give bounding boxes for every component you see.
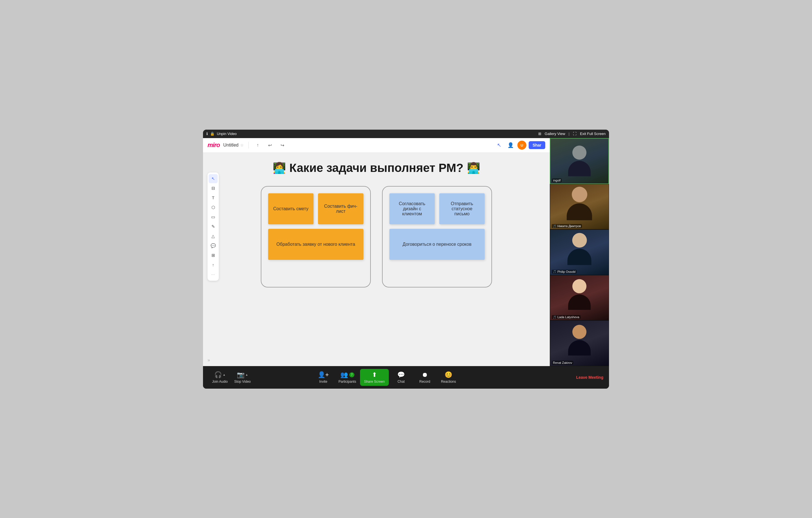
participant-name-nikita: 🎵 Никита Дмитров	[552, 224, 582, 228]
participants-count: 7	[349, 372, 354, 377]
board-content: 👩‍💻 Какие задачи выполняет РМ? 👨‍💻 Соста…	[203, 153, 550, 366]
reactions-label: Reactions	[441, 379, 456, 384]
fullscreen-label[interactable]: Exit Full Screen	[580, 132, 606, 136]
share-button[interactable]: Shar	[529, 141, 545, 149]
connector-tool[interactable]: △	[209, 232, 218, 241]
participant-name-ingolf: ingolf	[552, 178, 562, 182]
gallery-view-label[interactable]: Gallery View	[545, 132, 565, 136]
stop-video-caret[interactable]: ▲	[245, 373, 248, 376]
share-screen-icon: ⬆	[372, 371, 377, 378]
invite-icon: 👤+	[318, 371, 329, 378]
participants-icon: 👥7	[340, 371, 354, 378]
board-title-text[interactable]: Untitled	[223, 143, 238, 148]
participants-label: Participants	[338, 379, 356, 384]
invite-button[interactable]: 👤+ Invite	[312, 369, 335, 386]
info-icon: ℹ	[206, 132, 208, 136]
reactions-icon: 😊	[445, 371, 452, 378]
sticky-group-2: Согласовать дизайн с клиентом Отправить …	[382, 186, 492, 287]
participant-name-philip: 🎵 Philip Ossobl	[552, 270, 577, 274]
sticky-note-3[interactable]: Обработать заявку от нового клиента	[268, 229, 364, 260]
participant-name-renat: Renat Zakirov	[552, 361, 573, 365]
chat-button[interactable]: 💬 Chat	[390, 369, 412, 386]
video-tile-ingolf: ingolf	[550, 138, 609, 184]
board-title-area: Untitled ☆	[223, 143, 244, 148]
mute-icon-nikita: 🎵	[553, 224, 556, 228]
record-label: Record	[419, 379, 430, 384]
video-tile-renat: Renat Zakirov	[550, 321, 609, 366]
record-button[interactable]: ⏺ Record	[414, 369, 436, 386]
sticky-group-1: Составить смету Составить фич-лист Обраб…	[261, 186, 371, 287]
sticky-note-2[interactable]: Составить фич-лист	[318, 193, 364, 224]
frames-tool[interactable]: ⊟	[209, 184, 218, 193]
sticky-note-tool[interactable]: ▭	[209, 213, 218, 221]
video-tile-nikita: 🎵 Никита Дмитров	[550, 184, 609, 230]
mute-icon-lada: 🎵	[553, 316, 556, 319]
main-area: miro Untitled ☆ ↑ ↩ ↪ ↖ 👤 U Shar	[203, 138, 609, 366]
sticky-note-6[interactable]: Договориться о переносе сроков	[389, 229, 485, 260]
table-tool[interactable]: ⊞	[209, 251, 218, 260]
stop-video-label: Stop Video	[234, 379, 251, 384]
video-tile-philip: 🎵 Philip Ossobl	[550, 230, 609, 275]
unpin-label[interactable]: Unpin Video	[217, 132, 237, 136]
miro-logo: miro	[207, 142, 220, 149]
join-audio-icon: 🎧▲	[214, 371, 226, 378]
board-canvas: ↖ ⊟ T ⬡ ▭ ✎ △ 💬 ⊞ ↑ ··· 👩‍💻 Какие	[203, 153, 550, 366]
emoji-right: 👨‍💻	[467, 162, 480, 174]
sticky-row-3: Согласовать дизайн с клиентом Отправить …	[389, 193, 485, 224]
record-icon: ⏺	[422, 371, 428, 378]
board-heading-text: Какие задачи выполняет РМ?	[289, 161, 463, 175]
join-audio-caret[interactable]: ▲	[223, 373, 226, 376]
zoom-window: ℹ 🔒 Unpin Video ⊞ Gallery View | ⛶ Exit …	[203, 130, 609, 389]
unpin-bar[interactable]: ℹ 🔒 Unpin Video ⊞ Gallery View | ⛶ Exit …	[203, 130, 609, 138]
participant-name-lada: 🎵 Lada Latysheva	[552, 315, 581, 319]
sticky-note-1[interactable]: Составить смету	[268, 193, 314, 224]
upload-button[interactable]: ↑	[253, 141, 262, 150]
comment-tool[interactable]: 💬	[209, 241, 218, 250]
select-tool[interactable]: ↖	[209, 174, 218, 183]
undo-button[interactable]: ↩	[266, 141, 274, 150]
invite-collaborator-icon[interactable]: 👤	[506, 141, 515, 150]
board-heading-area: 👩‍💻 Какие задачи выполняет РМ? 👨‍💻	[273, 161, 480, 175]
participants-button[interactable]: 👥7 Participants	[336, 369, 359, 386]
miro-toolbar: miro Untitled ☆ ↑ ↩ ↪ ↖ 👤 U Shar	[203, 138, 550, 153]
stop-video-button[interactable]: 📷▲ Stop Video	[231, 369, 254, 386]
gallery-view-icon: ⊞	[538, 132, 541, 136]
video-panel: ingolf 🎵 Никита Дмитров	[550, 138, 609, 366]
toolbar-right: ↖ 👤 U Shar	[495, 141, 545, 150]
expand-handle[interactable]: »	[207, 358, 210, 363]
share-screen-label: Share Screen	[364, 379, 384, 384]
leave-meeting-button[interactable]: Leave Meeting	[576, 375, 603, 379]
video-tile-lada: 🎵 Lada Latysheva	[550, 275, 609, 321]
sticky-row-1: Составить смету Составить фич-лист	[268, 193, 364, 224]
favorite-star-icon[interactable]: ☆	[240, 143, 244, 147]
sticky-note-4[interactable]: Согласовать дизайн с клиентом	[389, 193, 435, 224]
redo-button[interactable]: ↪	[278, 141, 287, 150]
sticky-note-5[interactable]: Отправить статусное письмо	[439, 193, 485, 224]
join-audio-button[interactable]: 🎧▲ Join Audio	[209, 369, 231, 386]
sticky-row-4: Договориться о переносе сроков	[389, 229, 485, 260]
join-audio-label: Join Audio	[212, 379, 228, 384]
sticky-row-2: Обработать заявку от нового клиента	[268, 229, 364, 260]
left-toolbar: ↖ ⊟ T ⬡ ▭ ✎ △ 💬 ⊞ ↑ ···	[207, 173, 219, 281]
share-screen-button[interactable]: ⬆ Share Screen	[360, 369, 388, 386]
fullscreen-icon: ⛶	[573, 132, 577, 136]
chat-icon: 💬	[397, 371, 405, 378]
mute-icon-philip: 🎵	[553, 270, 556, 273]
emoji-left: 👩‍💻	[273, 162, 286, 174]
zoom-bottom-bar: 🎧▲ Join Audio 📷▲ Stop Video 👤+ Invite 👥7…	[203, 366, 609, 389]
upload-tool[interactable]: ↑	[209, 261, 218, 269]
pen-tool[interactable]: ✎	[209, 222, 218, 231]
stop-video-icon: 📷▲	[237, 371, 248, 378]
text-tool[interactable]: T	[209, 193, 218, 202]
zoom-center-buttons: 👤+ Invite 👥7 Participants ⬆ Share Screen…	[312, 369, 460, 386]
chat-label: Chat	[398, 379, 405, 384]
invite-label: Invite	[319, 379, 327, 384]
more-tools[interactable]: ···	[209, 270, 218, 279]
board-area: miro Untitled ☆ ↑ ↩ ↪ ↖ 👤 U Shar	[203, 138, 550, 366]
user-avatar: U	[517, 141, 526, 150]
reactions-button[interactable]: 😊 Reactions	[437, 369, 460, 386]
sticky-groups: Составить смету Составить фич-лист Обраб…	[261, 186, 492, 287]
lock-icon: 🔒	[210, 132, 214, 136]
cursor-share-icon[interactable]: ↖	[495, 141, 504, 150]
shapes-tool[interactable]: ⬡	[209, 203, 218, 212]
